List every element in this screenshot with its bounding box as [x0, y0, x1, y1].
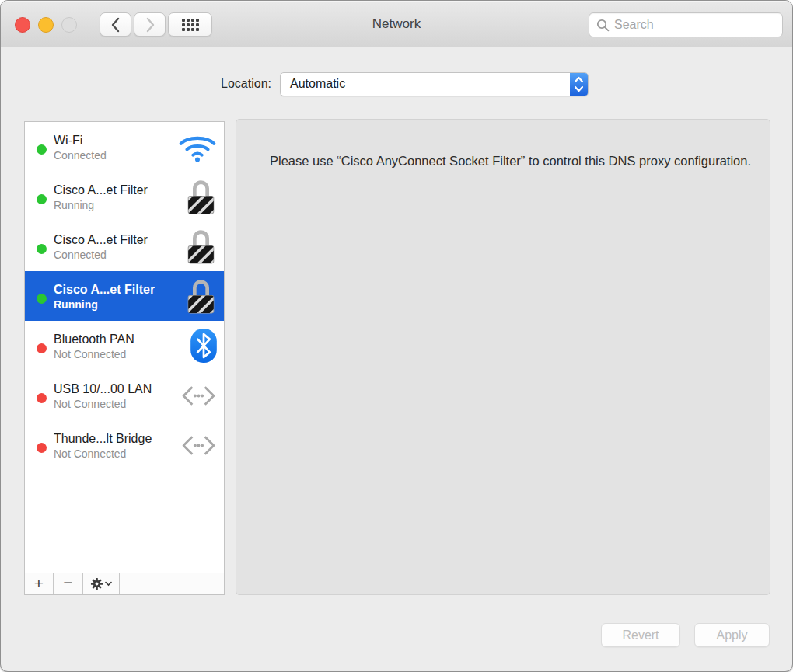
- service-row[interactable]: Cisco A...et Filter Connected: [25, 221, 224, 271]
- service-list: Wi-Fi Connected Cisco A...et Filter Runn…: [25, 122, 224, 470]
- service-list-toolbar: + −: [25, 573, 224, 594]
- popup-stepper: [570, 73, 588, 96]
- revert-button[interactable]: Revert: [601, 623, 680, 647]
- search-input[interactable]: [614, 18, 770, 32]
- service-name: Cisco A...et Filter: [54, 183, 148, 197]
- action-menu-button[interactable]: [83, 573, 120, 594]
- service-status: Running: [54, 198, 185, 212]
- service-row[interactable]: Cisco A...et Filter Running: [25, 172, 224, 221]
- title-bar: Network: [1, 1, 792, 47]
- chevron-down-icon: [105, 581, 112, 587]
- status-dot: [37, 244, 47, 254]
- lock-icon: [185, 177, 217, 217]
- service-row[interactable]: Wi-Fi Connected: [25, 122, 224, 172]
- service-row[interactable]: USB 10/...00 LAN Not Connected: [25, 371, 224, 420]
- service-name: USB 10/...00 LAN: [54, 382, 152, 395]
- gear-icon: [90, 577, 103, 590]
- status-dot: [37, 343, 47, 353]
- service-row[interactable]: Bluetooth PAN Not Connected: [25, 321, 224, 371]
- service-status: Not Connected: [54, 397, 180, 411]
- ethernet-icon: [180, 433, 217, 458]
- lock-icon: [185, 227, 217, 266]
- location-label: Location:: [116, 77, 271, 91]
- add-service-button[interactable]: +: [25, 573, 54, 594]
- service-status: Running: [54, 298, 185, 312]
- up-down-chevrons-icon: [573, 75, 585, 94]
- service-row[interactable]: Cisco A...et Filter Running: [25, 271, 224, 321]
- service-status: Not Connected: [54, 447, 180, 461]
- services-sidebar: Wi-Fi Connected Cisco A...et Filter Runn…: [24, 121, 225, 595]
- service-status: Not Connected: [54, 347, 190, 361]
- toolbar-spacer: [120, 573, 224, 594]
- service-name: Cisco A...et Filter: [54, 283, 155, 296]
- status-dot: [37, 194, 47, 204]
- location-value: Automatic: [290, 77, 345, 91]
- plus-icon: +: [34, 574, 44, 593]
- service-name: Wi-Fi: [54, 134, 82, 147]
- wifi-icon: [178, 132, 217, 162]
- status-dot: [37, 294, 47, 304]
- ethernet-icon: [180, 384, 217, 408]
- bluetooth-icon: [190, 329, 217, 363]
- minus-icon: −: [63, 573, 72, 592]
- status-dot: [37, 443, 47, 453]
- status-dot: [37, 144, 47, 155]
- status-dot: [37, 393, 47, 403]
- apply-button[interactable]: Apply: [694, 623, 770, 647]
- dns-proxy-message: Please use “Cisco AnyConnect Socket Filt…: [270, 151, 756, 171]
- search-icon: [596, 19, 610, 32]
- location-select[interactable]: Automatic: [280, 72, 589, 96]
- network-preferences-window: Network Location: Automatic Wi-Fi Connec…: [0, 0, 793, 672]
- service-status: Connected: [54, 148, 178, 162]
- service-name: Cisco A...et Filter: [54, 233, 148, 246]
- service-name: Bluetooth PAN: [54, 333, 134, 346]
- detail-panel: Please use “Cisco AnyConnect Socket Filt…: [236, 119, 770, 595]
- service-name: Thunde...lt Bridge: [54, 432, 152, 445]
- remove-service-button[interactable]: −: [54, 573, 83, 594]
- service-row[interactable]: Thunde...lt Bridge Not Connected: [25, 420, 224, 470]
- service-status: Connected: [54, 248, 185, 262]
- lock-icon: [185, 277, 217, 316]
- search-field[interactable]: [589, 12, 783, 37]
